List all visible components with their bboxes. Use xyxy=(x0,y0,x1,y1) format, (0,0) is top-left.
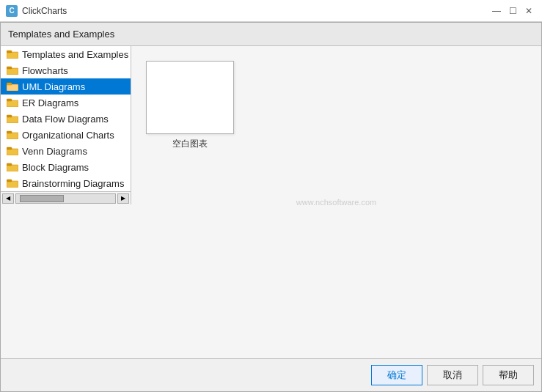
scroll-left-arrow[interactable]: ◀ xyxy=(2,193,14,204)
minimize-button[interactable]: — xyxy=(489,4,504,18)
svg-rect-8 xyxy=(7,117,18,123)
folder-icon xyxy=(7,114,18,123)
sidebar-item-venn-diagrams[interactable]: Venn Diagrams xyxy=(1,143,131,159)
svg-rect-13 xyxy=(7,147,12,149)
app-title: ClickCharts xyxy=(22,6,67,16)
dialog-bottom: 确定 取消 帮助 xyxy=(1,358,541,391)
svg-rect-2 xyxy=(7,68,18,75)
sidebar-item-uml-diagrams[interactable]: UML Diagrams xyxy=(1,78,131,95)
folder-icon xyxy=(7,66,18,75)
svg-rect-15 xyxy=(7,163,12,166)
svg-rect-16 xyxy=(7,181,18,188)
sidebar-item-label: Venn Diagrams xyxy=(22,146,87,157)
sidebar-item-label: Brainstorming Diagrams xyxy=(22,178,124,189)
sidebar-item-label: ER Diagrams xyxy=(22,97,78,108)
templates-grid: 空白图表 xyxy=(139,53,534,158)
help-button[interactable]: 帮助 xyxy=(483,365,534,385)
sidebar: Templates and Examples Flowcharts UML Di… xyxy=(1,46,131,191)
scrollbar-thumb xyxy=(20,195,64,202)
template-label-blank: 空白图表 xyxy=(172,138,208,150)
sidebar-item-flowcharts[interactable]: Flowcharts xyxy=(1,62,131,78)
title-bar-controls: — ☐ ✕ xyxy=(489,4,536,18)
svg-rect-10 xyxy=(7,133,18,139)
dialog-content: Templates and Examples Flowcharts UML Di… xyxy=(1,46,541,358)
sidebar-scrollbar: ◀ ▶ xyxy=(1,191,131,204)
svg-rect-17 xyxy=(7,180,12,182)
sidebar-item-data-flow-diagrams[interactable]: Data Flow Diagrams xyxy=(1,111,131,127)
scrollbar-track[interactable] xyxy=(15,193,116,204)
sidebar-item-label: Templates and Examples xyxy=(22,49,128,60)
dialog-header-title: Templates and Examples xyxy=(8,29,114,40)
scroll-right-arrow[interactable]: ▶ xyxy=(117,193,129,204)
template-item-blank[interactable]: 空白图表 xyxy=(142,57,238,154)
svg-rect-4 xyxy=(7,84,18,91)
cancel-button[interactable]: 取消 xyxy=(427,365,478,385)
dialog-header: Templates and Examples xyxy=(1,23,541,46)
title-bar-left: C ClickCharts xyxy=(6,5,67,17)
svg-rect-5 xyxy=(7,83,12,85)
svg-rect-9 xyxy=(7,115,12,117)
folder-icon xyxy=(7,147,18,155)
title-bar: C ClickCharts — ☐ ✕ xyxy=(0,0,542,22)
dialog: Templates and Examples Templates and Exa… xyxy=(0,22,542,392)
sidebar-item-block-diagrams[interactable]: Block Diagrams xyxy=(1,159,131,175)
sidebar-item-brainstorming-diagrams[interactable]: Brainstorming Diagrams xyxy=(1,175,131,191)
svg-rect-14 xyxy=(7,165,18,171)
folder-icon xyxy=(7,163,18,171)
svg-rect-12 xyxy=(7,149,18,155)
sidebar-item-label: Block Diagrams xyxy=(22,162,89,173)
folder-icon xyxy=(7,50,18,59)
svg-rect-3 xyxy=(7,67,12,69)
folder-icon xyxy=(7,82,18,91)
folder-icon xyxy=(7,179,18,188)
watermark-text: www.nchsoftware.com xyxy=(296,198,376,207)
sidebar-item-organizational-charts[interactable]: Organizational Charts xyxy=(1,127,131,143)
confirm-button[interactable]: 确定 xyxy=(371,365,422,385)
template-thumbnail-blank xyxy=(146,61,234,134)
maximize-button[interactable]: ☐ xyxy=(505,4,520,18)
main-panel: www.nchsoftware.com 空白图表 xyxy=(131,46,541,358)
app-icon: C xyxy=(6,5,18,17)
sidebar-item-label: UML Diagrams xyxy=(22,81,85,92)
svg-rect-11 xyxy=(7,131,12,133)
sidebar-item-label: Organizational Charts xyxy=(22,130,114,141)
sidebar-item-er-diagrams[interactable]: ER Diagrams xyxy=(1,95,131,111)
svg-rect-6 xyxy=(7,100,18,107)
folder-icon xyxy=(7,98,18,107)
svg-rect-1 xyxy=(7,51,12,53)
svg-rect-7 xyxy=(7,99,12,101)
close-button[interactable]: ✕ xyxy=(521,4,536,18)
sidebar-item-label: Flowcharts xyxy=(22,65,68,76)
sidebar-item-templates-examples[interactable]: Templates and Examples xyxy=(1,46,131,62)
sidebar-item-label: Data Flow Diagrams xyxy=(22,114,109,125)
svg-rect-0 xyxy=(7,52,18,59)
folder-icon xyxy=(7,130,18,139)
